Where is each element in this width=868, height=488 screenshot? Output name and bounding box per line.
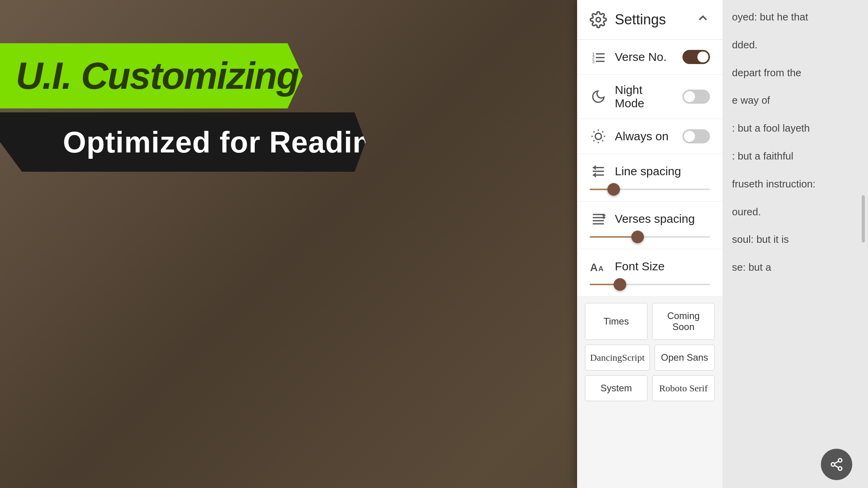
verses-spacing-slider[interactable] [590,233,710,241]
green-banner-text: U.I. Customizing [16,55,299,97]
svg-point-7 [595,133,601,139]
svg-text:A: A [590,262,598,273]
verses-spacing-icon [590,210,607,227]
night-mode-toggle[interactable] [682,90,710,104]
always-on-icon [590,128,607,145]
line-spacing-slider[interactable] [590,185,710,193]
reading-line-4: : but a fool layeth [732,119,859,138]
always-on-label: Always on [615,130,675,143]
verses-spacing-label-row: Verses spacing [590,202,710,233]
svg-line-11 [602,140,603,141]
font-size-track [590,284,710,285]
line-spacing-label: Line spacing [615,165,710,178]
reading-line-7: oured. [732,203,859,221]
night-mode-label: Night Mode [615,83,675,110]
font-buttons-area: Times Coming Soon DancingScript Open San… [577,297,723,412]
font-row-1: Times Coming Soon [585,303,715,340]
verse-no-label: Verse No. [615,50,675,64]
verses-spacing-thumb[interactable] [631,231,644,243]
scrollbar[interactable] [862,195,865,242]
verses-spacing-section: Verses spacing [577,202,723,249]
settings-panel: Settings 1 2 3 Verse No. [577,0,723,488]
reading-text: oyed: but he that dded. depart from the … [732,8,859,277]
setting-row-night-mode: Night Mode [577,75,723,119]
line-spacing-thumb[interactable] [607,183,620,196]
setting-row-always-on: Always on [577,119,723,154]
black-banner-text: Optimized for Reading [63,125,390,159]
reading-line-8: soul: but it is [732,230,859,249]
line-spacing-icon [590,163,607,180]
reading-line-2: depart from the [732,64,859,82]
setting-row-verse-no: 1 2 3 Verse No. [577,40,723,75]
svg-point-27 [831,463,835,466]
reading-line-0: oyed: but he that [732,8,859,26]
font-size-slider[interactable] [590,281,710,288]
line-spacing-section: Line spacing [577,154,723,202]
night-mode-icon [590,88,607,105]
svg-text:A: A [598,265,603,273]
font-roboto-button[interactable]: Roboto Serif [652,375,715,401]
font-opensans-button[interactable]: Open Sans [655,345,715,371]
banner-area: U.I. Customizing Optimized for Reading [0,43,322,172]
svg-line-29 [835,465,839,468]
settings-header-left: Settings [590,11,666,28]
chevron-up-icon[interactable] [696,11,710,28]
verses-spacing-label: Verses spacing [615,212,710,226]
green-banner: U.I. Customizing [0,43,303,108]
svg-line-30 [835,461,839,464]
font-row-2: DancingScript Open Sans [585,345,715,371]
font-system-button[interactable]: System [585,375,647,401]
svg-point-28 [839,467,842,470]
svg-point-0 [596,18,601,22]
line-spacing-track [590,189,710,190]
svg-line-10 [594,132,594,132]
line-spacing-label-row: Line spacing [590,154,710,185]
reading-line-5: : but a faithful [732,147,859,165]
reading-panel: oyed: but he that dded. depart from the … [723,0,868,488]
reading-line-6: fruseth instruction: [732,175,859,193]
svg-text:3: 3 [592,59,594,64]
font-row-3: System Roboto Serif [585,375,715,401]
verses-spacing-fill [590,236,638,238]
reading-line-9: se: but a [732,258,859,277]
font-size-icon: A A [590,258,607,275]
svg-line-14 [594,140,594,141]
verse-no-icon: 1 2 3 [590,48,607,66]
verses-spacing-track [590,236,710,238]
verse-no-toggle-knob [697,51,708,62]
always-on-toggle[interactable] [682,129,710,143]
night-mode-toggle-knob [684,91,695,102]
always-on-toggle-knob [684,131,695,142]
reading-line-1: dded. [732,36,859,54]
svg-point-26 [839,459,842,462]
font-size-thumb[interactable] [614,278,626,291]
black-banner: Optimized for Reading [0,112,366,172]
font-size-label: Font Size [615,260,710,273]
font-coming-soon-button[interactable]: Coming Soon [652,303,715,340]
share-button[interactable] [821,449,852,480]
settings-title: Settings [615,11,666,28]
font-size-label-row: A A Font Size [590,249,710,281]
svg-line-15 [602,132,603,132]
font-times-button[interactable]: Times [585,303,647,340]
settings-icon [590,11,607,28]
font-dancing-button[interactable]: DancingScript [585,345,650,371]
reading-line-3: e way of [732,91,859,110]
settings-header: Settings [577,0,723,40]
font-size-section: A A Font Size [577,249,723,297]
verse-no-toggle[interactable] [682,50,710,64]
